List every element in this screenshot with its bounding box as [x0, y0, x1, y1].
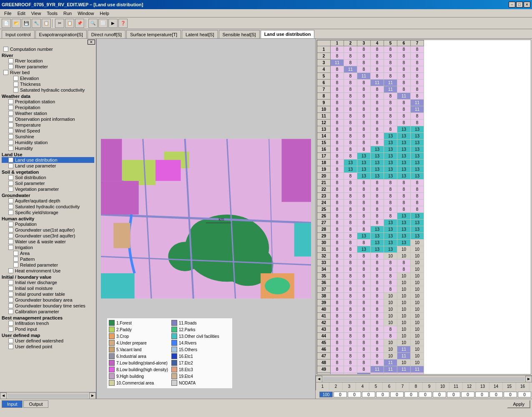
- grid-cell[interactable]: 8: [411, 186, 424, 193]
- tree-checkbox[interactable]: [8, 99, 13, 104]
- tree-item[interactable]: Humidity station: [2, 140, 94, 145]
- tree-item[interactable]: Related parameter: [2, 262, 94, 268]
- tree-item[interactable]: Specific yield/storage: [2, 210, 94, 215]
- toolbar-save[interactable]: 💾: [22, 19, 31, 28]
- tree-checkbox[interactable]: [3, 70, 8, 75]
- grid-cell[interactable]: 11: [384, 86, 397, 93]
- grid-cell[interactable]: 8: [411, 200, 424, 206]
- grid-cell[interactable]: 8: [357, 306, 371, 313]
- tree-checkbox[interactable]: [8, 146, 13, 151]
- grid-cell[interactable]: 13: [384, 133, 397, 140]
- grid-cell[interactable]: 8: [371, 326, 384, 333]
- grid-cell[interactable]: 10: [397, 273, 411, 280]
- tree-checkbox[interactable]: [8, 321, 13, 326]
- grid-cell[interactable]: 8: [371, 320, 384, 326]
- grid-cell[interactable]: 8: [371, 346, 384, 353]
- grid-cell[interactable]: 8: [371, 260, 384, 266]
- tree-checkbox[interactable]: [3, 47, 8, 52]
- grid-cell[interactable]: 8: [357, 366, 371, 373]
- grid-cell[interactable]: 10: [397, 320, 411, 326]
- grid-cell[interactable]: 8: [371, 126, 384, 133]
- tree-checkbox[interactable]: [8, 227, 13, 232]
- grid-cell[interactable]: 13: [397, 233, 411, 240]
- grid-cell[interactable]: 8: [331, 240, 344, 246]
- tree-item[interactable]: Infiltration trench: [2, 320, 94, 326]
- grid-cell[interactable]: 8: [357, 120, 371, 126]
- tree-checkbox[interactable]: [13, 251, 18, 256]
- grid-cell[interactable]: 8: [397, 186, 411, 193]
- grid-cell[interactable]: 8: [357, 60, 371, 66]
- grid-cell[interactable]: 8: [331, 193, 344, 200]
- grid-cell[interactable]: 8: [357, 80, 371, 86]
- tree-item[interactable]: Elevation: [2, 75, 94, 81]
- grid-cell[interactable]: 13: [371, 146, 384, 153]
- grid-cell[interactable]: 8: [331, 373, 344, 375]
- grid-cell[interactable]: 10: [411, 360, 424, 366]
- grid-cell[interactable]: 10: [411, 333, 424, 340]
- grid-cell[interactable]: 8: [331, 173, 344, 180]
- grid-cell[interactable]: 8: [331, 253, 344, 260]
- grid-cell[interactable]: 8: [344, 93, 357, 100]
- tree-item[interactable]: Groundwater use(3rd aquifer): [2, 233, 94, 239]
- grid-cell[interactable]: 8: [344, 366, 357, 373]
- tree-checkbox[interactable]: [8, 292, 13, 297]
- grid-cell[interactable]: 8: [357, 280, 371, 286]
- grid-cell[interactable]: 8: [371, 333, 384, 340]
- grid-cell[interactable]: 8: [357, 346, 371, 353]
- grid-cell[interactable]: 8: [357, 213, 371, 220]
- grid-cell[interactable]: 11: [371, 80, 384, 86]
- tree-item[interactable]: Water use & waste water: [2, 239, 94, 245]
- grid-cell[interactable]: 13: [397, 226, 411, 233]
- tree-item[interactable]: Thickness: [2, 81, 94, 87]
- minimize-button[interactable]: –: [509, 2, 515, 7]
- tree-item[interactable]: Land use parameter: [2, 163, 94, 169]
- grid-cell[interactable]: 8: [331, 313, 344, 320]
- tree-checkbox[interactable]: [8, 239, 13, 244]
- grid-cell[interactable]: 8: [384, 180, 397, 186]
- tab-input-control[interactable]: Input control: [2, 30, 35, 38]
- grid-cell[interactable]: 10: [397, 246, 411, 253]
- grid-cell[interactable]: 11: [397, 366, 411, 373]
- grid-cell[interactable]: 11: [344, 66, 357, 73]
- grid-cell[interactable]: 13: [357, 160, 371, 166]
- grid-cell[interactable]: 13: [411, 153, 424, 160]
- grid-cell[interactable]: 13: [384, 226, 397, 233]
- grid-cell[interactable]: 11: [384, 366, 397, 373]
- tree-checkbox[interactable]: [8, 344, 13, 349]
- toolbar-btn7[interactable]: 📋: [65, 19, 74, 28]
- tree-checkbox[interactable]: [8, 286, 13, 291]
- grid-cell[interactable]: 8: [331, 200, 344, 206]
- tree-checkbox[interactable]: [8, 204, 13, 209]
- grid-cell[interactable]: 8: [331, 266, 344, 273]
- grid-cell[interactable]: 8: [344, 206, 357, 213]
- grid-cell[interactable]: 13: [384, 166, 397, 173]
- grid-cell[interactable]: 8: [371, 293, 384, 300]
- grid-cell[interactable]: 8: [411, 93, 424, 100]
- grid-cell[interactable]: 8: [344, 300, 357, 306]
- tree-checkbox[interactable]: [8, 187, 13, 192]
- grid-cell[interactable]: 8: [344, 193, 357, 200]
- grid-cell[interactable]: 8: [344, 146, 357, 153]
- grid-cell[interactable]: 10: [397, 280, 411, 286]
- grid-cell[interactable]: 8: [331, 286, 344, 293]
- grid-cell[interactable]: 13: [397, 126, 411, 133]
- grid-cell[interactable]: 10: [411, 300, 424, 306]
- menu-window[interactable]: Window: [75, 10, 96, 16]
- grid-cell[interactable]: 8: [384, 260, 397, 266]
- grid-cell[interactable]: 8: [371, 93, 384, 100]
- tree-checkbox[interactable]: [8, 128, 13, 133]
- grid-cell[interactable]: 8: [344, 80, 357, 86]
- grid-cell[interactable]: 10: [411, 286, 424, 293]
- grid-cell[interactable]: 8: [331, 306, 344, 313]
- grid-cell[interactable]: 8: [411, 80, 424, 86]
- grid-cell[interactable]: 8: [384, 373, 397, 375]
- grid-cell[interactable]: 11: [357, 73, 371, 80]
- grid-cell[interactable]: 10: [411, 326, 424, 333]
- grid-cell[interactable]: 8: [397, 66, 411, 73]
- hscroll-track[interactable]: [8, 394, 88, 398]
- grid-cell[interactable]: 8: [357, 220, 371, 226]
- toolbar-btn8[interactable]: 📌: [75, 19, 84, 28]
- grid-cell[interactable]: 8: [371, 300, 384, 306]
- grid-cell[interactable]: 8: [397, 120, 411, 126]
- panel-close-button[interactable]: ✕: [88, 40, 95, 45]
